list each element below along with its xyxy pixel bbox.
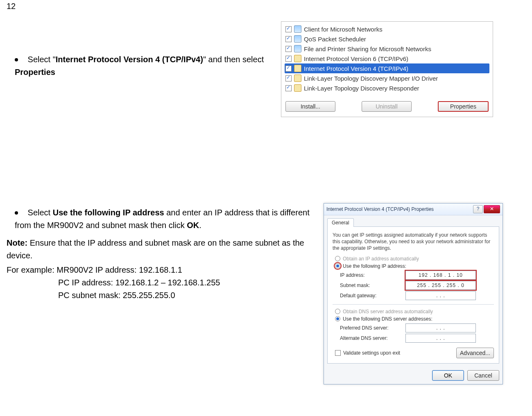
dialog-title: Internet Protocol Version 4 (TCP/IPv4) P… [326, 206, 434, 212]
monitor-icon [294, 35, 301, 43]
list-item[interactable]: Internet Protocol Version 6 (TCP/IPv6) [285, 54, 489, 63]
field-alternate-dns: Alternate DNS server: . . . [340, 334, 494, 343]
monitor-icon [294, 45, 301, 52]
example-line1: MR900V2 IP address: 192.168.1.1 [57, 265, 182, 274]
uninstall-button: Uninstall [362, 101, 412, 112]
list-item[interactable]: Link-Layer Topology Discovery Responder [285, 83, 489, 93]
tab-page-general: You can get IP settings assigned automat… [327, 226, 499, 364]
close-button[interactable]: ✕ [484, 205, 500, 213]
checkbox-icon[interactable] [335, 350, 341, 356]
list-item[interactable]: File and Printer Sharing for Microsoft N… [285, 44, 489, 54]
properties-button[interactable]: Properties [438, 101, 489, 112]
item-label: QoS Packet Scheduler [304, 36, 366, 43]
field-subnet-mask: Subnet mask: 255 . 255 . 255 . 0 [340, 281, 494, 290]
field-label: Alternate DNS server: [340, 335, 405, 341]
step2-bold1: Use the following IP address [53, 208, 164, 217]
alternate-dns-input[interactable]: . . . [405, 334, 476, 343]
radio-icon[interactable] [335, 316, 340, 321]
ip-address-input[interactable]: 192 . 168 . 1 . 10 [405, 271, 476, 280]
default-gateway-input[interactable]: . . . [405, 291, 476, 300]
checkbox-icon[interactable] [285, 56, 292, 62]
ipv4-properties-dialog: Internet Protocol Version 4 (TCP/IPv4) P… [324, 203, 503, 384]
subnet-mask-input[interactable]: 255 . 255 . 255 . 0 [405, 281, 476, 290]
step1-pre: Select " [28, 55, 56, 64]
note-text: Ensure that the IP address and subnet ma… [7, 238, 304, 260]
radio-label: Obtain DNS server address automatically [343, 309, 433, 314]
step2-pre: Select [28, 208, 53, 217]
list-item[interactable]: Link-Layer Topology Discovery Mapper I/O… [285, 73, 489, 83]
bullet-dot-icon [15, 211, 18, 215]
separator [333, 304, 494, 305]
radio-use-following-dns[interactable]: Use the following DNS server addresses: [335, 316, 494, 322]
checkbox-icon[interactable] [285, 75, 292, 81]
cancel-button[interactable]: Cancel [467, 370, 499, 381]
step2-end: . [199, 221, 201, 230]
example-label: For example: [7, 265, 54, 274]
advanced-button[interactable]: Advanced... [456, 348, 494, 358]
item-label: Internet Protocol Version 6 (TCP/IPv6) [304, 55, 408, 62]
radio-use-following-ip[interactable]: Use the following IP address: [335, 263, 494, 269]
field-label: Preferred DNS server: [340, 325, 405, 331]
ok-button[interactable]: OK [432, 370, 464, 381]
install-button[interactable]: Install... [285, 101, 335, 112]
radio-label: Use the following DNS server addresses: [343, 316, 432, 322]
tab-general[interactable]: General [327, 218, 354, 227]
checkbox-label: Validate settings upon exit [343, 350, 400, 356]
item-label: File and Printer Sharing for Microsoft N… [304, 45, 431, 52]
checkbox-icon[interactable] [285, 26, 292, 32]
protocol-icon [294, 75, 301, 82]
step2-bullet: Select Use the following IP address and … [15, 206, 318, 232]
example-line2: PC IP address: 192.168.1.2 – 192.168.1.2… [58, 278, 220, 287]
step1-bold1: Internet Protocol Version 4 (TCP/IPv4) [56, 55, 203, 64]
radio-icon[interactable] [335, 256, 340, 261]
validate-settings-checkbox[interactable]: Validate settings upon exit [335, 350, 400, 356]
radio-obtain-ip-auto[interactable]: Obtain an IP address automatically [335, 256, 494, 262]
field-ip-address: IP address: 192 . 168 . 1 . 10 [340, 271, 494, 280]
step1-bullet: Select "Internet Protocol Version 4 (TCP… [15, 53, 269, 79]
radio-obtain-dns-auto: Obtain DNS server address automatically [335, 309, 494, 314]
checkbox-icon[interactable] [285, 46, 292, 52]
step2-bold2: OK [187, 221, 199, 230]
field-preferred-dns: Preferred DNS server: . . . [340, 323, 494, 332]
step1-mid: " and then select [203, 55, 264, 64]
radio-label: Obtain an IP address automatically [343, 256, 419, 262]
help-button[interactable]: ? [473, 205, 483, 213]
dialog-titlebar[interactable]: Internet Protocol Version 4 (TCP/IPv4) P… [324, 203, 503, 215]
radio-icon [335, 309, 340, 314]
field-label: Default gateway: [340, 293, 405, 298]
checkbox-icon[interactable] [285, 36, 292, 42]
item-label: Link-Layer Topology Discovery Responder [304, 85, 419, 92]
field-label: IP address: [340, 272, 405, 278]
list-item-selected[interactable]: Internet Protocol Version 4 (TCP/IPv4) [285, 63, 489, 73]
radio-icon[interactable] [335, 263, 340, 269]
page-number: 12 [7, 2, 16, 11]
monitor-icon [294, 25, 301, 33]
item-label: Client for Microsoft Networks [304, 26, 383, 33]
bullet-dot-icon [15, 58, 18, 61]
radio-label: Use the following IP address: [343, 263, 406, 269]
protocol-icon [294, 65, 301, 72]
item-label: Internet Protocol Version 4 (TCP/IPv4) [304, 65, 408, 72]
item-label: Link-Layer Topology Discovery Mapper I/O… [304, 75, 438, 82]
checkbox-icon[interactable] [285, 85, 292, 91]
note-line: Note: Ensure that the IP address and sub… [7, 237, 318, 262]
example-line3: PC subnet mask: 255.255.255.0 [58, 291, 175, 300]
list-item[interactable]: QoS Packet Scheduler [285, 34, 489, 44]
example-block: For example: MR900V2 IP address: 192.168… [7, 264, 318, 302]
preferred-dns-input[interactable]: . . . [405, 323, 476, 332]
checkbox-icon[interactable] [285, 66, 292, 72]
list-item[interactable]: Client for Microsoft Networks [285, 24, 489, 34]
field-default-gateway: Default gateway: . . . [340, 291, 494, 300]
intro-text: You can get IP settings assigned automat… [333, 232, 494, 252]
note-label: Note: [7, 238, 27, 247]
step1-bold2: Properties [15, 68, 55, 77]
protocol-icon [294, 55, 301, 62]
protocol-icon [294, 84, 301, 92]
field-label: Subnet mask: [340, 283, 405, 288]
connection-items-panel: Client for Microsoft Networks QoS Packet… [281, 21, 493, 117]
connection-items-list[interactable]: Client for Microsoft Networks QoS Packet… [281, 22, 493, 97]
